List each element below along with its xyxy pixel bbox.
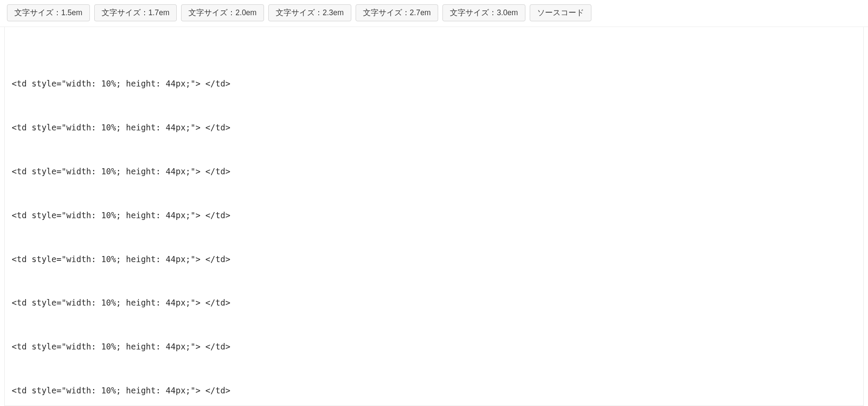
code-line: <td style="width: 10%; height: 44px;"> <… bbox=[12, 339, 856, 354]
code-line: <td style="width: 10%; height: 44px;"> <… bbox=[12, 252, 856, 267]
font-size-2-7em-button[interactable]: 文字サイズ：2.7em bbox=[356, 4, 439, 21]
font-size-1-5em-button[interactable]: 文字サイズ：1.5em bbox=[7, 4, 90, 21]
code-line: <td style="width: 10%; height: 44px;"> <… bbox=[12, 164, 856, 179]
font-size-1-7em-button[interactable]: 文字サイズ：1.7em bbox=[94, 4, 177, 21]
code-line: <td style="width: 10%; height: 44px;"> <… bbox=[12, 120, 856, 135]
font-size-3-0em-button[interactable]: 文字サイズ：3.0em bbox=[442, 4, 525, 21]
toolbar: 文字サイズ：1.5em 文字サイズ：1.7em 文字サイズ：2.0em 文字サイ… bbox=[0, 0, 868, 27]
font-size-2-0em-button[interactable]: 文字サイズ：2.0em bbox=[181, 4, 264, 21]
code-line: <td style="width: 10%; height: 44px;"> <… bbox=[12, 296, 856, 310]
code-line: <td style="width: 10%; height: 44px;"> <… bbox=[12, 77, 856, 91]
code-line: <td style="width: 10%; height: 44px;"> <… bbox=[12, 208, 856, 223]
font-size-2-3em-button[interactable]: 文字サイズ：2.3em bbox=[268, 4, 351, 21]
code-line: <td style="width: 10%; height: 44px;"> <… bbox=[12, 383, 856, 398]
source-code-button[interactable]: ソースコード bbox=[530, 4, 591, 21]
code-editor[interactable]: <td style="width: 10%; height: 44px;"> <… bbox=[4, 27, 864, 406]
